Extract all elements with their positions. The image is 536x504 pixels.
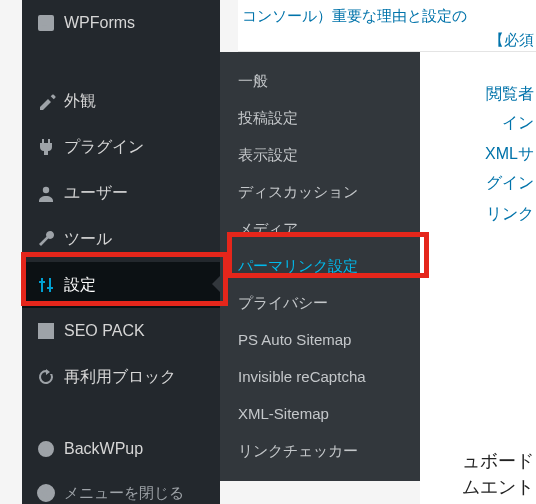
right-link-3[interactable]: XMLサ bbox=[420, 140, 536, 169]
svg-rect-1 bbox=[42, 19, 50, 21]
sidebar-item-backwpup[interactable]: BackWPup bbox=[22, 426, 220, 472]
seopack-icon bbox=[36, 321, 64, 341]
sidebar-label: BackWPup bbox=[64, 440, 210, 458]
content-top: コンソール）重要な理由と設定の 【必須 bbox=[238, 0, 536, 52]
right-link-2[interactable]: イン bbox=[420, 109, 536, 138]
sidebar-label: 外観 bbox=[64, 91, 210, 112]
svg-rect-6 bbox=[39, 281, 45, 283]
admin-sidebar: WPForms 外観 プラグイン ユーザー ツール bbox=[22, 0, 220, 504]
svg-rect-12 bbox=[42, 333, 50, 335]
collapse-icon bbox=[36, 483, 64, 503]
sidebar-collapse[interactable]: メニューを閉じる bbox=[22, 472, 220, 504]
svg-rect-3 bbox=[42, 25, 47, 27]
wpforms-icon bbox=[36, 13, 64, 33]
sidebar-item-plugins[interactable]: プラグイン bbox=[22, 124, 220, 170]
collapse-label: メニューを閉じる bbox=[64, 484, 210, 503]
sidebar-label: 設定 bbox=[64, 275, 210, 296]
svg-rect-7 bbox=[49, 278, 51, 292]
sidebar-item-reusable[interactable]: 再利用ブロック bbox=[22, 354, 220, 400]
tools-icon bbox=[36, 229, 64, 249]
appearance-icon bbox=[36, 91, 64, 111]
submenu-discussion[interactable]: ディスカッション bbox=[220, 173, 420, 210]
sidebar-item-settings[interactable]: 設定 bbox=[22, 262, 220, 308]
right-link-4[interactable]: グイン bbox=[420, 169, 536, 198]
submenu-xml-sitemap[interactable]: XML-Sitemap bbox=[220, 395, 420, 432]
right-link-1[interactable]: 閲覧者 bbox=[420, 80, 536, 109]
sidebar-item-users[interactable]: ユーザー bbox=[22, 170, 220, 216]
sidebar-label: プラグイン bbox=[64, 137, 210, 158]
submenu-permalinks[interactable]: パーマリンク設定 bbox=[220, 247, 420, 284]
svg-rect-11 bbox=[42, 330, 50, 332]
sidebar-label: ユーザー bbox=[64, 183, 210, 204]
submenu-writing[interactable]: 投稿設定 bbox=[220, 99, 420, 136]
content-link-2[interactable]: 【必須 bbox=[242, 28, 534, 52]
plugins-icon bbox=[36, 137, 64, 157]
sidebar-item-appearance[interactable]: 外観 bbox=[22, 78, 220, 124]
submenu-invisible-recaptcha[interactable]: Invisible reCaptcha bbox=[220, 358, 420, 395]
content-bottom: ュボード ムエント bbox=[462, 448, 534, 500]
submenu-general[interactable]: 一般 bbox=[220, 62, 420, 99]
svg-rect-2 bbox=[42, 22, 50, 24]
sidebar-label: 再利用ブロック bbox=[64, 367, 210, 388]
sidebar-item-seopack[interactable]: SEO PACK bbox=[22, 308, 220, 354]
sidebar-item-wpforms[interactable]: WPForms bbox=[22, 0, 220, 46]
users-icon bbox=[36, 183, 64, 203]
sidebar-label: ツール bbox=[64, 229, 210, 250]
svg-rect-10 bbox=[42, 327, 50, 329]
submenu-reading[interactable]: 表示設定 bbox=[220, 136, 420, 173]
svg-point-14 bbox=[44, 447, 49, 452]
svg-point-4 bbox=[43, 187, 49, 193]
sidebar-label: SEO PACK bbox=[64, 322, 210, 340]
submenu-ps-auto-sitemap[interactable]: PS Auto Sitemap bbox=[220, 321, 420, 358]
submenu-media[interactable]: メディア bbox=[220, 210, 420, 247]
settings-submenu: 一般 投稿設定 表示設定 ディスカッション メディア パーマリンク設定 プライバ… bbox=[220, 52, 420, 481]
sidebar-item-tools[interactable]: ツール bbox=[22, 216, 220, 262]
settings-icon bbox=[36, 275, 64, 295]
content-link-1[interactable]: コンソール）重要な理由と設定の bbox=[242, 4, 534, 28]
sidebar-label: WPForms bbox=[64, 14, 210, 32]
svg-rect-8 bbox=[47, 287, 53, 289]
content-area: 閲覧者 イン XMLサ グイン リンク ュボード ムエント bbox=[420, 52, 536, 504]
backwpup-icon bbox=[36, 439, 64, 459]
right-link-5[interactable]: リンク bbox=[420, 200, 536, 229]
submenu-privacy[interactable]: プライバシー bbox=[220, 284, 420, 321]
submenu-link-checker[interactable]: リンクチェッカー bbox=[220, 432, 420, 469]
reusable-icon bbox=[36, 367, 64, 387]
svg-rect-5 bbox=[41, 278, 43, 292]
